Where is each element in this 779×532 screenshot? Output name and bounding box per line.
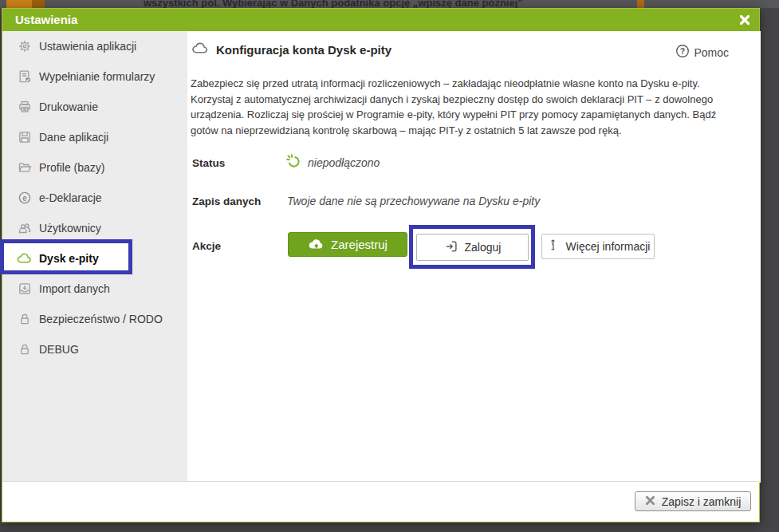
register-button-label: Zarejestruj [331,238,388,251]
sidebar-item-label: Dysk e-pity [39,252,99,265]
import-tray-icon [17,282,32,297]
close-icon[interactable] [739,14,750,26]
status-label: Status [192,157,225,169]
sidebar-item-label: Profile (bazy) [39,161,104,174]
content-title-text: Konfiguracja konta Dysk e-pity [216,43,391,57]
padlock-icon [17,342,32,357]
cloud-icon [17,251,32,266]
settings-sidebar: Ustawienia aplikacji Wypełnianie formula… [2,31,187,483]
login-arrow-icon [444,239,458,256]
sidebar-item-label: Drukowanie [39,100,98,113]
login-button[interactable]: Zaloguj [416,234,529,261]
sidebar-item-bezpieczenstwo-rodo[interactable]: Bezpieczeństwo / RODO [2,304,187,334]
background-orange-fragment [32,0,45,8]
disconnected-icon [285,152,303,171]
sidebar-item-drukowanie[interactable]: Drukowanie [2,92,187,122]
settings-dialog: Ustawienia Ustawienia aplikacji Wypełnia… [2,8,760,522]
padlock-icon [17,312,32,327]
more-info-button-label: Więcej informacji [566,240,651,253]
save-and-close-button[interactable]: Zapisz i zamknij [635,491,751,511]
close-x-icon [645,495,655,508]
users-icon [17,221,32,236]
dialog-titlebar: Ustawienia [2,9,759,31]
content-title: Konfiguracja konta Dysk e-pity [191,41,391,57]
storage-label: Zapis danych [192,195,261,207]
cloud-upload-icon [308,237,325,252]
intro-paragraph: Zabezpiecz się przed utratą informacji r… [191,76,716,138]
sidebar-item-label: Import danych [39,282,110,295]
dialog-footer: Zapisz i zamknij [2,481,759,522]
floppy-disk-icon [17,130,32,145]
intro-line: urządzenia. Rozliczaj się prościej w Pro… [191,107,716,123]
sidebar-item-label: Wypełnianie formularzy [39,70,155,83]
info-icon [546,238,560,254]
sidebar-item-label: Ustawienia aplikacji [39,40,136,53]
sidebar-item-label: Dane aplikacji [39,131,108,144]
sidebar-item-ustawienia-aplikacji[interactable]: Ustawienia aplikacji [2,31,187,61]
sidebar-item-e-deklaracje[interactable]: e e-Deklaracje [2,183,187,213]
settings-content-panel: Konfiguracja konta Dysk e-pity ? Pomoc Z… [188,31,761,483]
intro-line: Korzystaj z automatycznej archiwizacji d… [191,92,716,108]
svg-text:?: ? [680,46,685,56]
register-button[interactable]: Zarejestruj [288,232,407,257]
cloud-icon [191,41,209,57]
gear-icon [17,39,32,54]
sidebar-item-label: Użytkownicy [39,222,101,234]
sidebar-item-debug[interactable]: DEBUG [2,334,187,365]
storage-value: Twoje dane nie są przechowywane na Dysku… [287,195,540,207]
save-and-close-label: Zapisz i zamknij [662,495,742,508]
help-label: Pomoc [694,46,729,59]
sidebar-item-label: e-Deklaracje [39,191,102,204]
folder-icon [17,160,32,175]
sidebar-item-wypelnianie-formularzy[interactable]: Wypełnianie formularzy [2,61,187,92]
intro-line: Zabezpiecz się przed utratą informacji r… [191,76,716,92]
login-button-label: Zaloguj [465,241,502,254]
sidebar-item-dysk-e-pity[interactable]: Dysk e-pity [2,243,128,274]
form-pencil-icon [17,69,32,85]
dimmed-background: wszystkich pól. Wybierając w Danych poda… [0,0,779,8]
actions-label: Akcje [192,240,221,252]
sidebar-item-import-danych[interactable]: Import danych [2,274,187,304]
sidebar-item-label: Bezpieczeństwo / RODO [39,313,163,325]
status-value: niepodłączono [308,156,380,169]
sidebar-item-profile-bazy[interactable]: Profile (bazy) [2,152,187,183]
svg-text:e: e [22,194,27,203]
background-page-text: wszystkich pól. Wybierając w Danych poda… [144,0,523,8]
screen: wszystkich pól. Wybierając w Danych poda… [0,0,779,532]
intro-line: gotów na nieprzewidzianą kontrolę skarbo… [191,123,716,139]
sidebar-item-label: DEBUG [39,343,79,356]
background-orange-fragment [637,0,644,8]
e-declarations-icon: e [17,191,32,206]
printer-icon [17,100,32,115]
sidebar-item-uzytkownicy[interactable]: Użytkownicy [2,213,187,243]
background-orange-fragment [6,0,32,8]
dialog-title: Ustawienia [15,9,77,31]
question-circle-icon: ? [675,44,690,61]
help-link[interactable]: ? Pomoc [675,44,729,61]
more-info-button[interactable]: Więcej informacji [541,234,655,259]
sidebar-item-dane-aplikacji[interactable]: Dane aplikacji [2,122,187,152]
